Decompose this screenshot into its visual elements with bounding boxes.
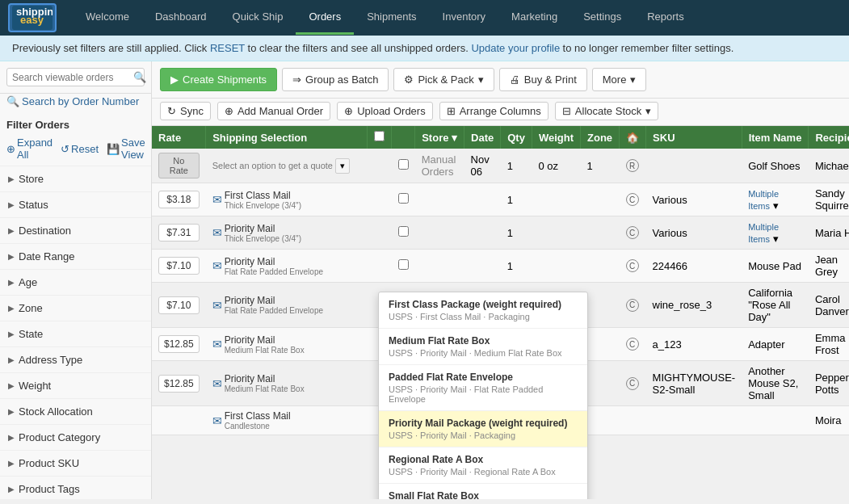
sidebar-item-producttags[interactable]: ▶ Product Tags xyxy=(0,476,151,499)
nav-welcome[interactable]: Welcome xyxy=(73,1,142,35)
expand-items-icon[interactable]: ▾ xyxy=(773,233,779,245)
sidebar-item-zone[interactable]: ▶ Zone xyxy=(0,295,151,321)
shipping-dropdown-button[interactable]: ▾ xyxy=(335,158,350,174)
profile-link[interactable]: Update your profile xyxy=(471,42,560,54)
nav-quickship[interactable]: Quick Ship xyxy=(220,1,296,35)
nav-settings[interactable]: Settings xyxy=(570,1,634,35)
buy-print-button[interactable]: 🖨 Buy & Print xyxy=(499,68,587,91)
qty-cell: 1 xyxy=(501,149,532,183)
filter-icon: ⚙ xyxy=(404,74,414,86)
row-checkbox[interactable] xyxy=(398,226,409,237)
no-rate-button[interactable]: No Rate xyxy=(158,153,200,178)
printer-icon: 🖨 xyxy=(510,74,520,86)
weight-cell xyxy=(532,216,580,250)
shipping-info: First Class Mail Thick Envelope (3/4") xyxy=(225,190,301,210)
pick-pack-button[interactable]: ⚙ Pick & Pack ▾ xyxy=(393,68,494,91)
zone-currency-icon: C xyxy=(626,226,639,239)
nav-reports[interactable]: Reports xyxy=(634,1,697,35)
store-cell xyxy=(415,250,464,283)
dropdown-item-2[interactable]: Padded Flat Rate Envelope USPS · Priorit… xyxy=(379,365,587,411)
sidebar-item-weight[interactable]: ▶ Weight xyxy=(0,372,151,398)
recipient-cell: Sandy Squirrel xyxy=(809,183,849,216)
shipping-select: ✉ Priority Mail Thick Envelope (3/4") xyxy=(212,223,361,243)
recipient-cell: Maria Hill xyxy=(809,216,849,250)
nav-marketing[interactable]: Marketing xyxy=(498,1,570,35)
dropdown-item-0[interactable]: First Class Package (weight required) US… xyxy=(379,292,587,329)
item-name-cell: Another Mouse S2, Small xyxy=(742,361,809,406)
rate-cell: No Rate xyxy=(152,149,206,183)
arrange-columns-button[interactable]: ⊞ Arrange Columns xyxy=(439,102,548,120)
col-expand xyxy=(368,126,392,149)
arrow-icon: ▶ xyxy=(8,485,15,494)
zone-icon-cell xyxy=(620,406,646,435)
main-layout: 🔍 🔍 Search by Order Number Filter Orders… xyxy=(0,61,849,499)
search-box[interactable]: 🔍 xyxy=(6,68,145,86)
upload-orders-button[interactable]: ⊕ Upload Orders xyxy=(337,102,433,120)
expand-items-icon[interactable]: ▾ xyxy=(773,200,779,212)
sidebar-item-age[interactable]: ▶ Age xyxy=(0,269,151,295)
search-by-order[interactable]: 🔍 Search by Order Number xyxy=(0,94,151,112)
zone-icon-cell: R xyxy=(620,149,646,183)
row-checkbox[interactable] xyxy=(398,159,409,170)
arrow-icon: ▶ xyxy=(8,407,15,416)
sidebar-item-destination[interactable]: ▶ Destination xyxy=(0,217,151,243)
shipping-select: ✉ Priority Mail Flat Rate Padded Envelop… xyxy=(212,295,361,315)
create-shipments-button[interactable]: ▶ Create Shipments xyxy=(160,68,277,91)
shipping-select: ✉ Priority Mail Medium Flat Rate Box xyxy=(212,373,361,393)
dropdown-item-5[interactable]: Small Flat Rate Box USPS · Priority Mail… xyxy=(379,484,587,499)
info-text3: to no longer remember filter settings. xyxy=(563,42,734,54)
zone-icon-cell: C xyxy=(620,283,646,328)
dropdown-item-3[interactable]: Priority Mail Package (weight required) … xyxy=(379,411,587,447)
reset-filter-button[interactable]: ↺ Reset xyxy=(61,136,99,161)
allocate-stock-button[interactable]: ⊟ Allocate Stock ▾ xyxy=(555,102,658,120)
sidebar-item-state[interactable]: ▶ State xyxy=(0,321,151,346)
usps-icon: ✉ xyxy=(212,226,222,239)
row-checkbox[interactable] xyxy=(398,193,409,204)
select-all-checkbox[interactable] xyxy=(374,131,385,141)
expand-all-button[interactable]: ⊕ Expand All xyxy=(6,136,53,161)
logo[interactable]: shipping easy xyxy=(8,3,57,32)
search-icon[interactable]: 🔍 xyxy=(133,71,146,83)
search-input[interactable] xyxy=(12,72,133,83)
nav-items: Welcome Dashboard Quick Ship Orders Ship… xyxy=(73,1,841,35)
shipping-select: ✉ First Class Mail Thick Envelope (3/4") xyxy=(212,190,361,210)
save-view-button[interactable]: 💾 Save View xyxy=(107,136,145,161)
col-recipient: Recipient xyxy=(809,126,849,149)
sync-button[interactable]: ↻ Sync xyxy=(160,102,211,120)
col-sku: SKU xyxy=(646,126,742,149)
nav-dashboard[interactable]: Dashboard xyxy=(142,1,220,35)
rate-value: $3.18 xyxy=(158,191,200,208)
more-button[interactable]: More ▾ xyxy=(592,68,647,91)
sidebar-item-daterange[interactable]: ▶ Date Range xyxy=(0,243,151,269)
rate-cell: $12.85 xyxy=(152,328,206,361)
sidebar-item-stockallocation[interactable]: ▶ Stock Allocation xyxy=(0,398,151,424)
recipient-cell: Carol Danvers xyxy=(809,283,849,328)
sidebar-item-status[interactable]: ▶ Status xyxy=(0,191,151,217)
usps-icon: ✉ xyxy=(212,414,222,427)
content-area: ▶ Create Shipments ⇒ Group as Batch ⚙ Pi… xyxy=(152,61,849,499)
reset-link[interactable]: RESET xyxy=(210,42,245,54)
sku-cell: Various xyxy=(646,183,742,216)
sidebar-item-store[interactable]: ▶ Store xyxy=(0,166,151,191)
sidebar-search-area: 🔍 xyxy=(0,61,151,94)
item-name-cell: Mouse Pad xyxy=(742,250,809,283)
shipping-options-dropdown: First Class Package (weight required) US… xyxy=(378,292,588,499)
sidebar-item-addresstype[interactable]: ▶ Address Type xyxy=(0,346,151,372)
svg-text:easy: easy xyxy=(20,14,44,26)
add-manual-order-button[interactable]: ⊕ Add Manual Order xyxy=(217,102,330,120)
more-dropdown-arrow: ▾ xyxy=(630,74,636,86)
sidebar-item-productsku[interactable]: ▶ Product SKU xyxy=(0,450,151,476)
row-checkbox[interactable] xyxy=(398,259,409,270)
dropdown-item-4[interactable]: Regional Rate A Box USPS · Priority Mail… xyxy=(379,447,587,484)
sidebar-item-productcategory[interactable]: ▶ Product Category xyxy=(0,424,151,450)
nav-inventory[interactable]: Inventory xyxy=(430,1,498,35)
arrow-icon: ▶ xyxy=(8,433,15,442)
date-cell xyxy=(464,216,501,250)
store-dropdown-arrow[interactable]: ▾ xyxy=(452,132,457,144)
weight-cell: 0 oz xyxy=(532,149,580,183)
group-as-batch-button[interactable]: ⇒ Group as Batch xyxy=(282,68,389,91)
nav-orders[interactable]: Orders xyxy=(296,1,354,35)
nav-shipments[interactable]: Shipments xyxy=(354,1,429,35)
dropdown-item-1[interactable]: Medium Flat Rate Box USPS · Priority Mai… xyxy=(379,329,587,365)
col-weight: Weight xyxy=(532,126,580,149)
